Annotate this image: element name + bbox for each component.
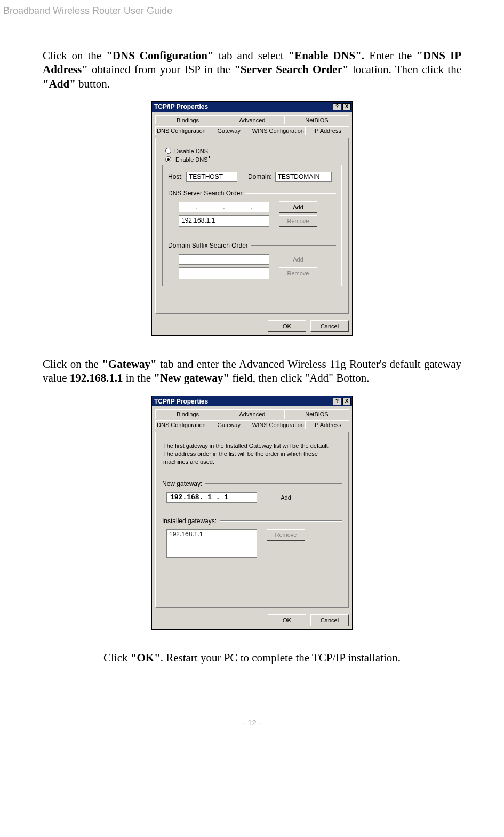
add-gateway-button[interactable]: Add xyxy=(267,492,305,503)
paragraph-1: Click on the "DNS Configuration" tab and… xyxy=(43,49,461,91)
text-bold: "Gateway" xyxy=(102,358,157,370)
text-bold: "Add" xyxy=(43,77,76,90)
dialog-title: TCP/IP Properties xyxy=(154,103,332,110)
tab-gateway[interactable]: Gateway xyxy=(207,420,251,429)
dns-settings-frame: Host: Domain: DNS Server Search Order ..… xyxy=(162,165,342,286)
text: obtained from your ISP in the xyxy=(88,63,234,76)
host-label: Host: xyxy=(168,173,183,180)
server-search-header: DNS Server Search Order xyxy=(168,189,336,197)
page-footer: - 12 - xyxy=(0,718,504,736)
titlebar: TCP/IP Properties ? X xyxy=(152,396,352,406)
tab-advanced[interactable]: Advanced xyxy=(220,409,285,418)
tcpip-dialog-dns: TCP/IP Properties ? X Bindings Advanced … xyxy=(151,101,353,336)
close-button[interactable]: X xyxy=(342,398,351,405)
remove-dns-button[interactable]: Remove xyxy=(279,215,317,227)
tab-bindings[interactable]: Bindings xyxy=(155,409,220,418)
domain-input[interactable] xyxy=(275,172,332,182)
text-bold: "New gateway" xyxy=(154,372,229,384)
text: Click on the xyxy=(43,49,106,62)
dialog-body: Bindings Advanced NetBIOS DNS Configurat… xyxy=(152,112,352,317)
domain-suffix-input[interactable] xyxy=(179,254,269,265)
text-bold: "OK" xyxy=(131,651,161,664)
text: Enter the xyxy=(364,49,417,62)
domain-label: Domain: xyxy=(248,173,272,180)
help-button[interactable]: ? xyxy=(333,103,341,110)
ok-button[interactable]: OK xyxy=(268,614,306,626)
group-label: Installed gateways: xyxy=(162,517,217,525)
remove-suffix-button[interactable]: Remove xyxy=(279,267,317,279)
group-label: New gateway: xyxy=(162,480,202,487)
paragraph-3: Click "OK". Restart your PC to complete … xyxy=(43,651,461,665)
divider xyxy=(245,193,336,194)
radio-disable-dns[interactable]: Disable DNS xyxy=(165,148,342,154)
tab-netbios[interactable]: NetBIOS xyxy=(284,409,349,418)
cancel-button[interactable]: Cancel xyxy=(310,614,349,626)
text-bold: "DNS Configuration" xyxy=(106,49,214,62)
cancel-button[interactable]: Cancel xyxy=(310,320,349,332)
new-gateway-input[interactable]: 192.168. 1 . 1 xyxy=(166,492,257,503)
content-area: Click on the "DNS Configuration" tab and… xyxy=(0,49,504,665)
dialog-footer: OK Cancel xyxy=(152,317,352,335)
tab-dns-configuration[interactable]: DNS Configuration xyxy=(155,126,207,135)
tab-panel-dns: Disable DNS Enable DNS Host: Domain: DNS… xyxy=(155,138,349,314)
add-suffix-button[interactable]: Add xyxy=(279,254,317,265)
installed-gateways-header: Installed gateways: xyxy=(162,517,342,525)
text: tab and select xyxy=(214,49,289,62)
text: Click xyxy=(103,651,131,664)
text: location. Then click the xyxy=(349,63,461,76)
new-gateway-header: New gateway: xyxy=(162,480,342,487)
host-input[interactable] xyxy=(186,172,237,182)
paragraph-2: Click on the "Gateway" tab and enter the… xyxy=(43,357,461,385)
tabstrip: Bindings Advanced NetBIOS DNS Configurat… xyxy=(155,409,349,432)
text-bold: "Server Search Order" xyxy=(234,63,348,76)
tab-ip-address[interactable]: IP Address xyxy=(305,420,349,429)
tabstrip: Bindings Advanced NetBIOS DNS Configurat… xyxy=(155,115,349,138)
dns-list[interactable]: 192.168.1.1 xyxy=(179,215,269,227)
tab-wins-configuration[interactable]: WINS Configuration xyxy=(251,420,306,429)
tab-panel-gateway: The first gateway in the Installed Gatew… xyxy=(155,432,349,608)
tab-ip-address[interactable]: IP Address xyxy=(305,126,349,135)
dns-ip-input[interactable]: ... xyxy=(179,202,269,212)
tcpip-dialog-gateway: TCP/IP Properties ? X Bindings Advanced … xyxy=(151,396,353,630)
ok-button[interactable]: OK xyxy=(268,320,306,332)
installed-gateways-list[interactable]: 192.168.1.1 xyxy=(166,529,257,558)
text: in the xyxy=(123,372,154,384)
gateway-description: The first gateway in the Installed Gatew… xyxy=(163,442,341,466)
radio-icon xyxy=(165,156,171,162)
text: Click on the xyxy=(43,358,102,370)
radio-icon xyxy=(165,148,171,154)
radio-enable-dns[interactable]: Enable DNS xyxy=(165,156,342,163)
tab-bindings[interactable]: Bindings xyxy=(155,115,220,124)
add-dns-button[interactable]: Add xyxy=(279,201,317,213)
domain-suffix-header: Domain Suffix Search Order xyxy=(168,242,336,249)
text-bold: 192.168.1.1 xyxy=(70,372,123,384)
text: . Restart your PC to complete the TCP/IP… xyxy=(161,651,401,664)
close-button[interactable]: X xyxy=(342,103,351,110)
help-button[interactable]: ? xyxy=(333,398,341,405)
host-domain-row: Host: Domain: xyxy=(168,172,336,182)
tab-gateway[interactable]: Gateway xyxy=(207,126,251,135)
dialog-footer: OK Cancel xyxy=(152,611,352,629)
titlebar: TCP/IP Properties ? X xyxy=(152,102,352,112)
text-bold: "Enable DNS". xyxy=(289,49,365,62)
divider xyxy=(251,245,336,246)
suffix-list[interactable] xyxy=(179,267,269,279)
text: field, then click "Add" Botton. xyxy=(229,372,370,384)
tab-advanced[interactable]: Advanced xyxy=(220,115,285,124)
radio-label: Enable DNS xyxy=(174,156,209,163)
group-label: Domain Suffix Search Order xyxy=(168,242,248,249)
divider xyxy=(205,483,342,484)
divider xyxy=(220,520,342,522)
dialog-title: TCP/IP Properties xyxy=(154,398,332,405)
tab-netbios[interactable]: NetBIOS xyxy=(284,115,349,124)
text: button. xyxy=(76,77,110,90)
radio-label: Disable DNS xyxy=(174,148,208,154)
dialog-body: Bindings Advanced NetBIOS DNS Configurat… xyxy=(152,406,352,611)
group-label: DNS Server Search Order xyxy=(168,189,242,197)
remove-gateway-button[interactable]: Remove xyxy=(267,529,305,541)
tab-wins-configuration[interactable]: WINS Configuration xyxy=(251,126,306,135)
page-header: Broadband Wireless Router User Guide xyxy=(0,0,504,17)
tab-dns-configuration[interactable]: DNS Configuration xyxy=(155,420,207,429)
